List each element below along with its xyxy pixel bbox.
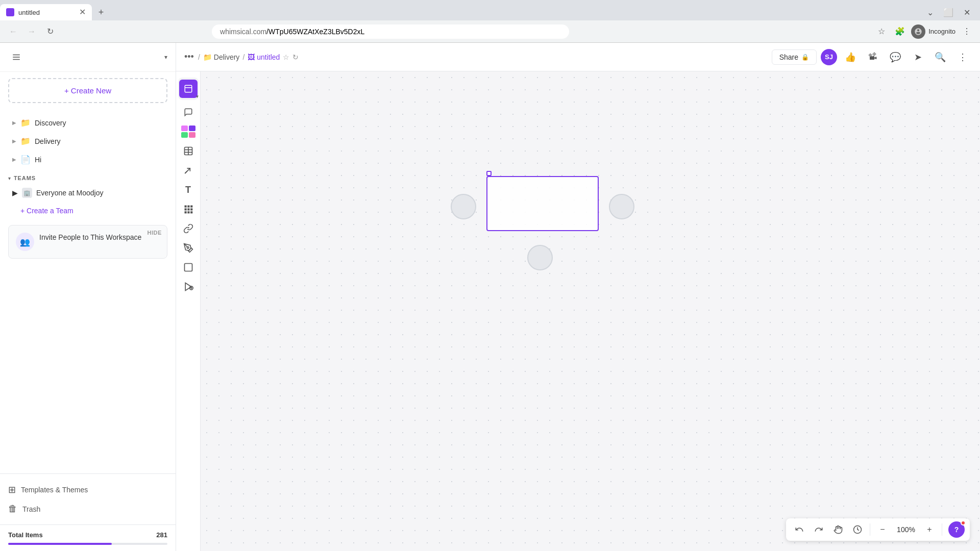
redo-button[interactable] [811,521,827,538]
invite-hide-button[interactable]: HIDE [148,230,162,236]
pen-tool-button[interactable] [179,239,198,257]
breadcrumb-folder-label: Delivery [214,53,240,61]
breadcrumb-folder-icon: 📁 [203,53,212,61]
maximize-button[interactable]: ⬜ [941,5,955,19]
sidebar-item-hi-label: Hi [35,156,163,164]
workspace-chevron-icon[interactable]: ▾ [164,54,167,61]
canvas[interactable]: − 100% + ? [201,71,980,551]
browser-menu-button[interactable]: ⋮ [960,24,974,39]
team-item-everyone[interactable]: ▶ 🏢 Everyone at Moodjoy [4,184,172,202]
circle-bottom[interactable] [527,245,553,270]
close-window-button[interactable]: ✕ [960,5,974,19]
extension-button[interactable]: 🧩 [893,24,907,39]
active-tab[interactable]: untitled ✕ [0,4,92,20]
circle-right[interactable] [609,194,634,219]
total-items-progress-bar [8,543,167,545]
user-avatar[interactable]: SJ [821,49,837,65]
minimize-button[interactable]: ⌄ [923,5,937,19]
create-team-label: + Create a Team [20,207,74,215]
text-bubble-tool-button[interactable] [179,103,198,121]
tab-close-button[interactable]: ✕ [79,8,86,16]
app: ▾ + Create New ▶ 📁 Discovery ▶ 📁 Deliver… [0,43,980,551]
hi-chevron-icon: ▶ [12,157,16,162]
more-tools-button[interactable] [179,278,198,296]
media-tool-button[interactable] [179,258,198,277]
url-bar[interactable]: whimsical.com /WTpU65WZAtXeZ3LBv5D2xL [212,24,569,39]
zoom-level[interactable]: 100% [894,525,918,534]
share-button[interactable]: Share 🔒 [772,49,817,65]
more-menu-button[interactable]: ⋮ [953,48,972,66]
incognito-button[interactable]: Incognito [911,24,955,39]
sidebar-toggle-button[interactable] [8,49,24,65]
new-tab-button[interactable]: + [94,5,108,19]
undo-button[interactable] [791,521,807,538]
grid-tool-button[interactable] [179,200,198,218]
hand-tool-button[interactable] [830,521,846,538]
window-controls: ⌄ ⬜ ✕ [923,5,980,19]
arrow-tool-button[interactable] [179,161,198,180]
like-button[interactable]: 👍 [841,48,860,66]
teams-section-header: ▾ TEAMS [0,169,176,183]
sidebar-item-discovery[interactable]: ▶ 📁 Discovery [4,114,172,132]
reload-button[interactable]: ↻ [43,24,57,39]
discovery-folder-icon: 📁 [20,118,31,128]
history-button[interactable] [849,521,866,538]
circle-left[interactable] [451,194,476,219]
frame-tool-button[interactable]: ▼ [179,80,198,98]
svg-rect-19 [184,264,192,271]
sticky-note-tool-button[interactable] [179,122,198,141]
sidebar-item-delivery-label: Delivery [35,137,163,145]
sidebar-item-discovery-label: Discovery [35,119,163,127]
topbar-right: Share 🔒 SJ 👍 📽 💬 ➤ 🔍 ⋮ [772,48,972,66]
svg-rect-16 [187,211,189,213]
zoom-out-button[interactable]: − [874,521,891,538]
breadcrumb-star-button[interactable]: ☆ [283,53,289,61]
breadcrumb-sep-1: / [198,53,200,61]
templates-label: Templates & Themes [21,486,88,494]
svg-rect-12 [184,208,186,210]
zoom-in-button[interactable]: + [921,521,938,538]
templates-themes-button[interactable]: ⊞ Templates & Themes [8,480,167,499]
browser-chrome: untitled ✕ + ⌄ ⬜ ✕ ← → ↻ whimsical.com /… [0,0,980,43]
teams-chevron-icon[interactable]: ▾ [8,176,11,181]
trash-button[interactable]: 🗑 Trash [8,499,167,518]
svg-rect-9 [184,206,186,208]
breadcrumb-current-button[interactable]: 🖼 untitled [248,53,280,61]
sidebar-item-hi[interactable]: ▶ 📄 Hi [4,151,172,168]
link-tool-button[interactable] [179,219,198,238]
more-options-button[interactable]: ••• [184,52,194,62]
back-button[interactable]: ← [6,24,20,39]
breadcrumb-delivery-button[interactable]: 📁 Delivery [203,53,240,61]
resize-handle[interactable] [486,171,492,176]
search-button[interactable]: 🔍 [931,48,949,66]
create-team-button[interactable]: + Create a Team [0,203,176,219]
selected-frame[interactable] [486,176,599,231]
tab-title: untitled [18,9,75,16]
sidebar-bottom: ⊞ Templates & Themes 🗑 Trash [0,473,176,524]
sidebar-header: ▾ [0,43,176,72]
team-icon: 🏢 [22,188,32,198]
share-label: Share [779,53,798,61]
total-items-progress-fill [8,543,112,545]
presentation-button[interactable]: 📽 [864,48,882,66]
help-button[interactable]: ? [948,521,965,538]
text-tool-button[interactable]: T [179,181,198,199]
url-path: /WTpU65WZAtXeZ3LBv5D2xL [266,28,364,36]
table-tool-button[interactable] [179,142,198,160]
trash-label: Trash [22,505,40,513]
total-items-text: Total Items [8,531,43,539]
resize-handle-topleft[interactable] [486,171,492,176]
breadcrumb-sep-2: / [242,53,244,61]
svg-rect-10 [187,206,189,208]
share-arrow-button[interactable]: ➤ [909,48,927,66]
svg-point-18 [187,247,188,248]
breadcrumb-refresh-button[interactable]: ↻ [292,53,299,61]
comment-button[interactable]: 💬 [886,48,904,66]
sidebar-item-delivery[interactable]: ▶ 📁 Delivery [4,132,172,150]
text-tool-icon: T [185,185,191,195]
bookmark-button[interactable]: ☆ [874,24,889,39]
create-new-button[interactable]: + Create New [8,78,167,103]
svg-rect-14 [190,208,192,210]
forward-button[interactable]: → [24,24,39,39]
discovery-chevron-icon: ▶ [12,120,16,126]
